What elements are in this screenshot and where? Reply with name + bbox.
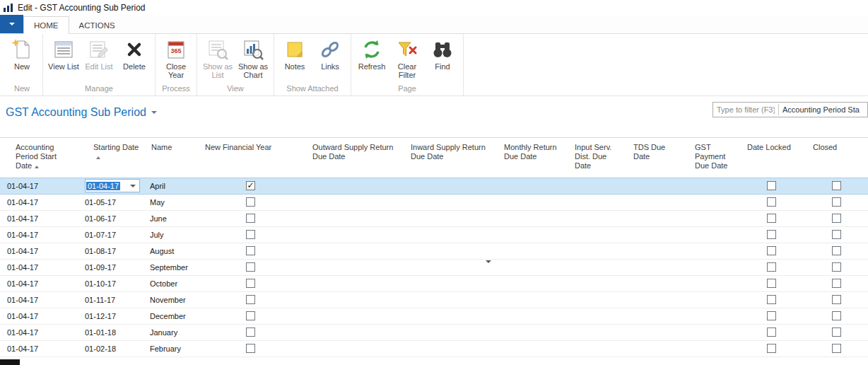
cell-name[interactable]: September bbox=[143, 259, 197, 275]
cell-tds-due-date[interactable] bbox=[625, 178, 686, 194]
cell-input-serv-dist-due-date[interactable] bbox=[566, 308, 625, 324]
date-locked-checkbox[interactable] bbox=[767, 295, 776, 304]
delete-button[interactable]: Delete bbox=[117, 36, 152, 81]
cell-closed[interactable] bbox=[804, 259, 868, 275]
show-as-chart-button[interactable]: Show as Chart bbox=[235, 36, 271, 81]
refresh-button[interactable]: Refresh bbox=[354, 36, 389, 81]
table-row[interactable]: 01-04-1701-11-17November bbox=[0, 291, 868, 308]
cell-starting-date[interactable]: 01-06-17 bbox=[78, 210, 143, 226]
cell-monthly-return-due-date[interactable] bbox=[495, 210, 566, 226]
cell-input-serv-dist-due-date[interactable] bbox=[566, 194, 625, 210]
cell-gst-payment-due-date[interactable] bbox=[686, 226, 739, 243]
cell-date-locked[interactable] bbox=[739, 275, 804, 291]
closed-checkbox[interactable] bbox=[832, 295, 841, 304]
cell-outward-supply-return-due-date[interactable] bbox=[304, 243, 402, 259]
cell-tds-due-date[interactable] bbox=[625, 291, 686, 308]
cell-closed[interactable] bbox=[804, 308, 868, 324]
column-header-tds-due-date[interactable]: TDS Due Date bbox=[625, 138, 686, 178]
column-header-accounting-period-start-date[interactable]: Accounting Period Start Date bbox=[0, 138, 78, 178]
links-button[interactable]: Links bbox=[312, 36, 348, 81]
cell-new-financial-year[interactable] bbox=[197, 226, 304, 243]
cell-starting-date[interactable]: 01-05-17 bbox=[78, 194, 143, 210]
cell-date-locked[interactable] bbox=[739, 210, 804, 226]
date-locked-checkbox[interactable] bbox=[767, 262, 776, 272]
cell-accounting-period-start-date[interactable]: 01-04-17 bbox=[0, 291, 78, 308]
closed-checkbox[interactable] bbox=[832, 197, 841, 207]
cell-inward-supply-return-due-date[interactable] bbox=[402, 259, 495, 275]
cell-starting-date[interactable]: 01-04-17 bbox=[78, 178, 143, 194]
new-financial-year-checkbox[interactable] bbox=[246, 181, 255, 190]
closed-checkbox[interactable] bbox=[832, 328, 841, 337]
cell-input-serv-dist-due-date[interactable] bbox=[566, 226, 625, 243]
cell-date-locked[interactable] bbox=[739, 226, 804, 243]
cell-gst-payment-due-date[interactable] bbox=[686, 291, 739, 308]
date-locked-checkbox[interactable] bbox=[767, 246, 776, 255]
cell-date-locked[interactable] bbox=[739, 308, 804, 324]
cell-accounting-period-start-date[interactable]: 01-04-17 bbox=[0, 259, 78, 275]
closed-checkbox[interactable] bbox=[832, 279, 841, 288]
closed-checkbox[interactable] bbox=[832, 246, 841, 255]
cell-inward-supply-return-due-date[interactable] bbox=[402, 324, 495, 340]
table-row[interactable]: 01-04-1701-12-17December bbox=[0, 308, 868, 324]
cell-closed[interactable] bbox=[804, 178, 868, 194]
cell-inward-supply-return-due-date[interactable] bbox=[402, 275, 495, 291]
cell-date-locked[interactable] bbox=[739, 178, 804, 194]
cell-monthly-return-due-date[interactable] bbox=[495, 194, 566, 210]
cell-closed[interactable] bbox=[804, 243, 868, 259]
date-locked-checkbox[interactable] bbox=[767, 328, 776, 337]
closed-checkbox[interactable] bbox=[832, 214, 841, 223]
closed-checkbox[interactable] bbox=[832, 344, 841, 353]
cell-input-serv-dist-due-date[interactable] bbox=[566, 243, 625, 259]
table-row[interactable]: 01-04-1701-02-18February bbox=[0, 340, 868, 357]
column-header-closed[interactable]: Closed bbox=[804, 138, 868, 178]
date-locked-checkbox[interactable] bbox=[767, 230, 776, 239]
cell-monthly-return-due-date[interactable] bbox=[495, 178, 566, 194]
cell-monthly-return-due-date[interactable] bbox=[495, 243, 566, 259]
column-header-outward-supply-return-due-date[interactable]: Outward Supply Return Due Date bbox=[304, 138, 402, 178]
new-financial-year-checkbox[interactable] bbox=[246, 328, 255, 337]
column-header-date-locked[interactable]: Date Locked bbox=[739, 138, 804, 178]
cell-name[interactable]: June bbox=[143, 210, 197, 226]
cell-tds-due-date[interactable] bbox=[625, 340, 686, 357]
new-financial-year-checkbox[interactable] bbox=[246, 230, 255, 239]
new-financial-year-checkbox[interactable] bbox=[246, 279, 255, 288]
cell-tds-due-date[interactable] bbox=[625, 226, 686, 243]
page-title-menu[interactable]: GST Accounting Sub Period bbox=[6, 106, 157, 119]
cell-accounting-period-start-date[interactable]: 01-04-17 bbox=[0, 210, 78, 226]
cell-name[interactable]: July bbox=[143, 226, 197, 243]
filter-column-selector[interactable]: Accounting Period Sta bbox=[779, 105, 867, 114]
cell-starting-date[interactable]: 01-08-17 bbox=[78, 243, 143, 259]
cell-inward-supply-return-due-date[interactable] bbox=[402, 291, 495, 308]
cell-date-locked[interactable] bbox=[739, 259, 804, 275]
column-header-monthly-return-due-date[interactable]: Monthly Return Due Date bbox=[495, 138, 566, 178]
table-row[interactable]: 01-04-1701-06-17June bbox=[0, 210, 868, 226]
column-header-input-serv-dist-due-date[interactable]: Input Serv. Dist. Due Date bbox=[566, 138, 625, 178]
filter-input[interactable] bbox=[713, 103, 778, 116]
date-locked-checkbox[interactable] bbox=[767, 311, 776, 320]
new-financial-year-checkbox[interactable] bbox=[246, 246, 255, 255]
new-financial-year-checkbox[interactable] bbox=[246, 295, 255, 304]
cell-gst-payment-due-date[interactable] bbox=[686, 308, 739, 324]
cell-monthly-return-due-date[interactable] bbox=[495, 308, 566, 324]
closed-checkbox[interactable] bbox=[832, 230, 841, 239]
table-row[interactable]: 01-04-1701-04-17April bbox=[0, 178, 868, 194]
cell-outward-supply-return-due-date[interactable] bbox=[304, 308, 402, 324]
cell-monthly-return-due-date[interactable] bbox=[495, 324, 566, 340]
table-row[interactable]: 01-04-1701-08-17August bbox=[0, 243, 868, 259]
cell-starting-date[interactable]: 01-09-17 bbox=[78, 259, 143, 275]
cell-name[interactable]: February bbox=[143, 340, 197, 357]
cell-tds-due-date[interactable] bbox=[625, 324, 686, 340]
cell-gst-payment-due-date[interactable] bbox=[686, 178, 739, 194]
cell-inward-supply-return-due-date[interactable] bbox=[402, 308, 495, 324]
cell-inward-supply-return-due-date[interactable] bbox=[402, 243, 495, 259]
cell-name[interactable]: November bbox=[143, 291, 197, 308]
cell-new-financial-year[interactable] bbox=[197, 275, 304, 291]
cell-name[interactable]: January bbox=[143, 324, 197, 340]
cell-new-financial-year[interactable] bbox=[197, 243, 304, 259]
cell-input-serv-dist-due-date[interactable] bbox=[566, 210, 625, 226]
cell-new-financial-year[interactable] bbox=[197, 210, 304, 226]
cell-closed[interactable] bbox=[804, 340, 868, 357]
cell-outward-supply-return-due-date[interactable] bbox=[304, 340, 402, 357]
new-financial-year-checkbox[interactable] bbox=[246, 214, 255, 223]
cell-starting-date[interactable]: 01-01-18 bbox=[78, 324, 143, 340]
